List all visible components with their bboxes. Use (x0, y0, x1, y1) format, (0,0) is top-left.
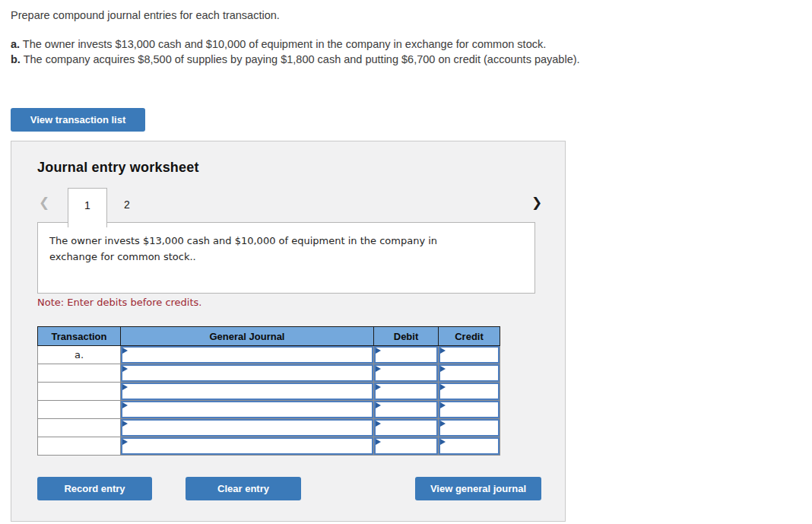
debit-input[interactable] (374, 437, 438, 455)
general-journal-input[interactable] (121, 437, 373, 455)
general-journal-input[interactable] (121, 419, 373, 437)
item-a-label: a. (11, 38, 20, 50)
header-general-journal: General Journal (121, 327, 374, 346)
transaction-label-cell (38, 383, 121, 401)
debits-before-credits-note: Note: Enter debits before credits. (37, 297, 201, 308)
debit-input[interactable] (374, 419, 438, 437)
header-debit: Debit (374, 327, 439, 346)
cell-marker-icon (376, 366, 381, 372)
cell-marker-icon (440, 421, 446, 427)
general-journal-input[interactable] (121, 346, 373, 364)
credit-cell (439, 419, 500, 437)
page-title: Prepare compound journal entries for eac… (11, 9, 280, 21)
debit-cell (374, 437, 439, 456)
credit-input[interactable] (439, 383, 500, 400)
tab-1[interactable]: 1 (68, 188, 107, 227)
cell-marker-icon (440, 384, 446, 390)
cell-marker-icon (440, 439, 446, 445)
item-b-text: The company acquires $8,500 of supplies … (21, 53, 580, 65)
transaction-label-cell (38, 419, 121, 437)
item-b-label: b. (11, 53, 21, 65)
table-row (38, 419, 500, 437)
cell-marker-icon (440, 348, 446, 354)
transaction-label-cell (38, 364, 121, 383)
table-row (38, 437, 500, 456)
general-journal-cell (121, 383, 374, 401)
transaction-description-box: The owner invests $13,000 cash and $10,0… (37, 222, 535, 294)
worksheet-title: Journal entry worksheet (37, 160, 199, 176)
credit-input[interactable] (439, 419, 500, 437)
credit-input[interactable] (439, 437, 500, 455)
cell-marker-icon (376, 402, 381, 408)
cell-marker-icon (122, 402, 128, 408)
debit-cell (374, 383, 439, 401)
general-journal-input[interactable] (121, 383, 373, 400)
credit-input[interactable] (439, 346, 500, 364)
general-journal-cell (121, 346, 374, 364)
credit-input[interactable] (439, 401, 500, 418)
debit-cell (374, 419, 439, 437)
journal-entry-panel: Journal entry worksheet ❮ 1 2 ❯ The owne… (11, 141, 566, 522)
credit-input[interactable] (439, 364, 500, 382)
record-entry-button[interactable]: Record entry (37, 477, 152, 500)
cell-marker-icon (376, 384, 381, 390)
transaction-label-cell (38, 401, 121, 419)
debit-input[interactable] (374, 383, 438, 400)
transaction-description-text: The owner invests $13,000 cash and $10,0… (38, 223, 534, 265)
tab-2[interactable]: 2 (107, 188, 147, 221)
cell-marker-icon (122, 384, 128, 390)
table-row (38, 364, 500, 383)
cell-marker-icon (122, 348, 128, 354)
debit-cell (374, 346, 439, 364)
item-a-text: The owner invests $13,000 cash and $10,0… (20, 38, 546, 50)
cell-marker-icon (122, 366, 128, 372)
cell-marker-icon (440, 402, 446, 408)
general-journal-cell (121, 364, 374, 383)
page: Prepare compound journal entries for eac… (0, 0, 812, 524)
debit-input[interactable] (374, 346, 438, 364)
cell-marker-icon (122, 439, 128, 445)
cell-marker-icon (440, 366, 446, 372)
prev-chevron-icon[interactable]: ❮ (39, 195, 49, 210)
table-row: a. (38, 346, 500, 364)
debit-cell (374, 401, 439, 419)
general-journal-cell (121, 401, 374, 419)
journal-entry-table: Transaction General Journal Debit Credit… (37, 326, 500, 456)
general-journal-input[interactable] (121, 364, 373, 382)
debit-input[interactable] (374, 364, 438, 382)
clear-entry-button[interactable]: Clear entry (186, 477, 301, 500)
credit-cell (439, 364, 500, 383)
instruction-item-a: a. The owner invests $13,000 cash and $1… (11, 38, 546, 50)
view-transaction-list-button[interactable]: View transaction list (11, 108, 145, 132)
cell-marker-icon (122, 421, 128, 427)
cell-marker-icon (376, 421, 381, 427)
header-credit: Credit (439, 327, 500, 346)
debit-input[interactable] (374, 401, 438, 418)
next-chevron-icon[interactable]: ❯ (531, 195, 542, 210)
general-journal-cell (121, 437, 374, 456)
instruction-item-b: b. The company acquires $8,500 of suppli… (11, 53, 580, 65)
debit-cell (374, 364, 439, 383)
transaction-label-cell (38, 437, 121, 456)
table-header-row: Transaction General Journal Debit Credit (38, 327, 500, 346)
table-row (38, 401, 500, 419)
credit-cell (439, 401, 500, 419)
general-journal-cell (121, 419, 374, 437)
table-row (38, 383, 500, 401)
header-transaction: Transaction (38, 327, 121, 346)
credit-cell (439, 437, 500, 456)
general-journal-input[interactable] (121, 401, 373, 418)
view-general-journal-button[interactable]: View general journal (415, 477, 541, 500)
cell-marker-icon (376, 439, 381, 445)
credit-cell (439, 383, 500, 401)
credit-cell (439, 346, 500, 364)
transaction-label-cell: a. (38, 346, 121, 364)
cell-marker-icon (376, 348, 381, 354)
